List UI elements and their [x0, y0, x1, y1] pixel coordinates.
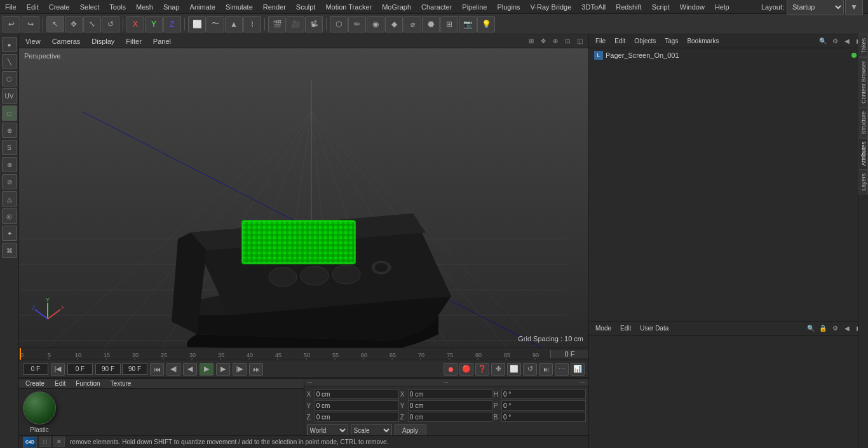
play-icon-btn[interactable]: ⏯ [539, 363, 553, 376]
menu-character[interactable]: Character [416, 2, 457, 12]
scale-dropdown[interactable]: Scale [351, 424, 392, 436]
redo-button[interactable]: ↪ [22, 16, 39, 32]
mode-points-btn[interactable]: ● [2, 37, 17, 52]
current-frame-input[interactable] [67, 363, 93, 375]
menu-script[interactable]: Script [647, 2, 675, 12]
x-axis-button[interactable]: X [126, 16, 144, 32]
camera-obj-btn[interactable]: 📷 [459, 16, 477, 32]
vp-menu-panel[interactable]: Panel [151, 36, 173, 46]
vp-icon-4[interactable]: ⊡ [562, 36, 573, 46]
mode-polygon-btn[interactable]: ⬡ [2, 71, 17, 86]
attr-gear-icon[interactable]: ⚙ [830, 323, 840, 334]
mat-function-btn[interactable]: Function [73, 379, 102, 388]
coord-p-input[interactable] [501, 400, 586, 411]
go-end-btn[interactable]: ⏭ [249, 363, 263, 376]
tab-layers[interactable]: Layers [858, 170, 868, 194]
attr-mode-menu[interactable]: Mode [593, 323, 614, 333]
table-row[interactable]: L Pager_Screen_On_001 [589, 48, 868, 62]
cinema-logo-btn[interactable]: C4D [23, 437, 37, 448]
status-icon-1[interactable]: □ [39, 437, 51, 447]
prev-keyframe-btn[interactable]: ◀| [166, 363, 180, 376]
scale-tool-btn[interactable]: ⬜ [507, 363, 521, 376]
obj-tags-menu[interactable]: Tags [662, 36, 681, 46]
snap-btn[interactable]: ⊕ [2, 123, 17, 138]
tab-content-browser[interactable]: Content Browser [858, 57, 868, 107]
world-dropdown[interactable]: World [307, 424, 348, 436]
timeline-ruler[interactable]: 0 5 10 15 20 25 30 35 [19, 348, 550, 360]
grid-btn[interactable]: ⊞ [440, 16, 458, 32]
menu-3dtoall[interactable]: 3DToAll [576, 2, 611, 12]
apply-button[interactable]: Apply [395, 424, 426, 436]
render-button[interactable]: 🎥 [287, 16, 304, 32]
render-view-button[interactable]: 🎬 [268, 16, 286, 32]
obj-bookmarks-menu[interactable]: Bookmarks [684, 36, 721, 46]
tool6-btn[interactable]: ✦ [2, 226, 17, 241]
menu-snap[interactable]: Snap [158, 2, 185, 12]
timeline-btn[interactable]: 📊 [571, 363, 585, 376]
tool7-btn[interactable]: ⌘ [2, 243, 17, 258]
tool3-btn[interactable]: ⊘ [2, 174, 17, 189]
obj-file-menu[interactable]: File [593, 36, 608, 46]
move-tool-btn[interactable]: ✥ [491, 363, 505, 376]
light-btn[interactable]: 💡 [477, 16, 495, 32]
menu-help[interactable]: Help [710, 2, 735, 12]
coord-z-rot-input[interactable] [408, 412, 492, 422]
prev-frame-btn2[interactable]: ◀ [183, 363, 197, 376]
menu-plugins[interactable]: Plugins [492, 2, 525, 12]
tab-structure[interactable]: Structure [858, 107, 868, 139]
coord-x-pos-input[interactable] [315, 389, 399, 399]
dots-btn[interactable]: ⋯ [555, 363, 569, 376]
spline-button[interactable]: 〜 [207, 16, 224, 32]
mode-object-btn[interactable]: □ [2, 105, 17, 121]
menu-mograph[interactable]: MoGraph [377, 2, 416, 12]
coord-b-input[interactable] [501, 412, 586, 422]
vp-icon-2[interactable]: ✥ [538, 36, 548, 46]
coord-z-pos-input[interactable] [315, 412, 399, 422]
paint-btn[interactable]: ◆ [385, 16, 403, 32]
attr-arrow-icon[interactable]: ◀ [842, 323, 852, 334]
layout-arrow-btn[interactable]: ▼ [845, 0, 863, 15]
play-btn[interactable]: ▶ [200, 363, 214, 376]
tab-takes[interactable]: Takes [858, 34, 868, 57]
polygon-button[interactable]: ▲ [225, 16, 243, 32]
attr-lock-icon[interactable]: 🔒 [818, 323, 828, 334]
tab-attributes[interactable]: Attributes [858, 138, 868, 170]
obj-search-icon[interactable]: 🔍 [818, 36, 828, 46]
scale-button[interactable]: ⤡ [83, 16, 101, 32]
start-frame-input[interactable] [23, 363, 48, 375]
preview-end-input[interactable] [122, 363, 147, 375]
menu-pipeline[interactable]: Pipeline [457, 2, 492, 12]
menu-window[interactable]: Window [675, 2, 710, 12]
vp-menu-filter[interactable]: Filter [123, 36, 144, 46]
render-queue-button[interactable]: 📽 [305, 16, 323, 32]
attr-edit-menu[interactable]: Edit [618, 323, 634, 333]
coord-h-input[interactable] [501, 389, 586, 399]
record-btn[interactable]: ⏺ [444, 363, 458, 376]
camera-btn[interactable]: ⬡ [330, 16, 348, 32]
menu-tools[interactable]: Tools [104, 2, 131, 12]
next-keyframe-btn[interactable]: |▶ [233, 363, 247, 376]
tool4-btn[interactable]: △ [2, 191, 17, 207]
menu-select[interactable]: Select [75, 2, 105, 12]
mat-texture-btn[interactable]: Texture [108, 379, 134, 388]
viewport-canvas[interactable]: Perspective Grid Spacing : 10 cm X Y Z [19, 48, 588, 348]
select-mode-button[interactable]: ↖ [46, 16, 64, 32]
menu-motion-tracker[interactable]: Motion Tracker [320, 2, 377, 12]
mode-edges-btn[interactable]: ╲ [2, 54, 17, 69]
vp-icon-1[interactable]: ⊞ [526, 36, 536, 46]
mat-create-btn[interactable]: Create [23, 379, 47, 388]
coord-y-pos-input[interactable] [315, 400, 399, 411]
material-ball[interactable] [23, 391, 56, 424]
menu-animate[interactable]: Animate [185, 2, 220, 12]
layout-dropdown[interactable]: Startup [787, 0, 844, 15]
obj-objects-menu[interactable]: Objects [632, 36, 658, 46]
brush-btn[interactable]: ◉ [367, 16, 384, 32]
go-start-btn[interactable]: ⏮ [150, 363, 164, 376]
key-selection-btn[interactable]: ❓ [475, 363, 489, 376]
rotate-tool-btn[interactable]: ↺ [523, 363, 537, 376]
tool5-btn[interactable]: ◎ [2, 208, 17, 224]
auto-key-btn[interactable]: 🔴 [459, 363, 473, 376]
vp-icon-5[interactable]: ◫ [574, 36, 585, 46]
mat-edit-btn[interactable]: Edit [52, 379, 68, 388]
coord-y-rot-input[interactable] [408, 400, 492, 411]
